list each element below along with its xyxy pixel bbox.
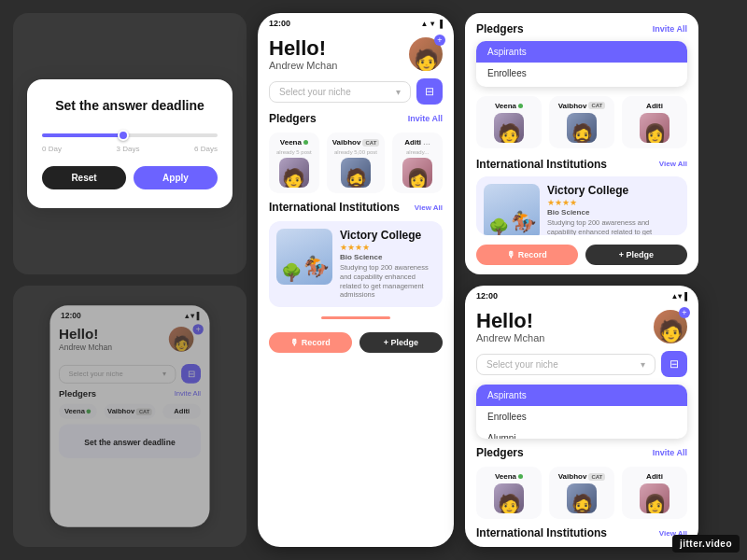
tr-inst-illustration: 🌳 🏇: [484, 184, 540, 235]
tr-institutions-title: International Institutions: [476, 158, 607, 171]
dim-avatar: 🧑 +: [169, 327, 201, 358]
inst-illustration: 🌳 🏇: [276, 229, 332, 285]
pledger-name-vaibhav: Vaibhov: [332, 138, 361, 147]
br-hello-header: Hello! Andrew Mchan 🧑 +: [476, 310, 687, 343]
view-all-link[interactable]: View All: [415, 203, 443, 212]
inst-tag: Bio Science: [340, 253, 435, 261]
avatar-wrap[interactable]: 🧑 +: [409, 37, 443, 71]
dim-phone-left: 12:00 ▲▾▐ Hello! Andrew Mchan 🧑 +: [50, 305, 210, 527]
pledger-sub-vaibhav: already 5,00 post: [334, 149, 377, 155]
tr-institutions-header: International Institutions View All: [476, 158, 687, 171]
pledger-avatar-veena: 🧑: [279, 158, 309, 188]
br-avatar[interactable]: 🧑 +: [654, 310, 687, 343]
reset-button[interactable]: Reset: [42, 166, 126, 189]
phone-body: Hello! Andrew Mchan 🧑 + Select your nich…: [258, 30, 454, 547]
pledger-card-vaibhav: Vaibhov CAT already 5,00 post 🧔: [327, 133, 386, 193]
tr-online-dot: [518, 104, 523, 108]
tr-invite-all-btn[interactable]: Invite All: [653, 24, 687, 34]
tr-pledge-button[interactable]: + Pledge: [585, 245, 687, 265]
br-dropdown[interactable]: Aspirants Enrollees Alumni: [476, 385, 687, 439]
inst-desc: Studying top 200 awareness and capabilit…: [340, 263, 435, 300]
tr-pledgers-title: Pledgers: [476, 22, 524, 35]
br-niche-select[interactable]: Select your niche ▾: [476, 354, 655, 375]
scroll-indicator: [321, 316, 390, 319]
tr-victory-card[interactable]: 🌳 🏇 Victory College ★★★★ Bio Science Stu…: [476, 176, 687, 235]
watermark: jitter.video: [672, 535, 740, 553]
tr-avatar-aditi: 👩: [640, 113, 669, 143]
avatar-plus-icon: +: [434, 35, 445, 46]
user-name: Andrew Mchan: [269, 60, 337, 71]
pledge-button[interactable]: + Pledge: [359, 332, 443, 353]
signal-icon: ▲: [420, 20, 428, 28]
dropdown-aspirants[interactable]: Aspirants: [476, 41, 687, 63]
filter-button[interactable]: ⊟: [416, 78, 443, 105]
pledger-card-veena: Veena already 5 post 🧑: [269, 133, 319, 193]
pledgers-row: Veena already 5 post 🧑 Vaibhov CAT alrea…: [269, 133, 443, 193]
tree-icon: 🌳: [281, 262, 302, 283]
br-greeting: Hello!: [476, 310, 544, 332]
pledger-avatar-vaibhav: 🧔: [341, 158, 371, 188]
hello-header: Hello! Andrew Mchan 🧑 +: [269, 37, 443, 71]
dropdown-alumni[interactable]: Alumni: [476, 84, 687, 87]
center-phone: 12:00 ▲ ▾ ▐ Hello! Andrew Mchan 🧑 +: [258, 13, 454, 547]
deadline-cell: Set the answer deadline 0 Day 3 Days 6 D…: [13, 13, 247, 274]
record-button[interactable]: 🎙 Record: [269, 332, 352, 353]
tr-inst-tag: Bio Science: [547, 208, 680, 217]
br-dropdown-aspirants[interactable]: Aspirants: [476, 385, 687, 406]
status-icons: ▲ ▾ ▐: [420, 20, 443, 28]
status-bar: 12:00 ▲ ▾ ▐: [258, 13, 454, 30]
tr-pledger-aditi: Aditi 👩: [622, 96, 687, 148]
tr-pledger-veena: Veena 🧑: [476, 96, 542, 148]
tr-inst-stars: ★★★★: [547, 198, 680, 207]
pledger-avatar-aditi: 👩: [402, 158, 432, 188]
battery-icon: ▐: [437, 20, 443, 28]
victory-college-card[interactable]: 🌳 🏇 Victory College ★★★★ Bio Science Stu…: [269, 221, 443, 307]
wifi-icon: ▾: [430, 20, 434, 28]
pledgers-header: Pledgers Invite All: [269, 112, 443, 125]
br-name: Andrew Mchan: [476, 332, 544, 343]
tr-avatar-veena: 🧑: [494, 113, 524, 143]
pledger-card-aditi: Aditi … already... 👩: [392, 133, 443, 193]
status-time: 12:00: [269, 19, 290, 28]
br-institutions-header: International Institutions View All: [476, 526, 687, 539]
br-pledgers-header: Pledgers Invite All: [476, 446, 687, 459]
inst-name: Victory College: [340, 229, 435, 242]
dim-deadline-box: Set the answer deadline: [59, 425, 201, 458]
slider-thumb[interactable]: [118, 130, 129, 141]
dropdown-enrollees[interactable]: Enrollees: [476, 63, 687, 84]
institutions-header: International Institutions View All: [269, 201, 443, 214]
br-dropdown-enrollees[interactable]: Enrollees: [476, 406, 687, 427]
br-dropdown-alumni[interactable]: Alumni: [476, 427, 687, 439]
br-phone-body: Hello! Andrew Mchan 🧑 + Select your nich…: [465, 302, 698, 547]
tr-pledgers-row: Veena 🧑 Vaibhov CAT 🧔 Aditi 👩: [476, 96, 687, 148]
action-row: 🎙 Record + Pledge: [269, 332, 443, 353]
apply-button[interactable]: Apply: [134, 166, 218, 189]
pledger-sub-aditi: already...: [406, 149, 429, 155]
dim-greeting: Hello!: [59, 327, 112, 343]
filter-icon: ⊟: [425, 85, 434, 98]
br-filter-btn[interactable]: ⊟: [661, 351, 687, 377]
tr-pledgers-header: Pledgers Invite All: [476, 22, 687, 35]
hello-text: Hello! Andrew Mchan: [269, 37, 337, 71]
tr-inst-desc: Studying top 200 awareness and capabilit…: [547, 218, 680, 235]
pledger-tag-cat: CAT: [362, 139, 379, 147]
slider-track: [42, 133, 218, 137]
br-status-bar: 12:00 ▲▾▐: [465, 286, 698, 302]
dim-filter: ⊟: [181, 364, 201, 384]
tr-tree-icon: 🌳: [488, 217, 509, 235]
modal-buttons: Reset Apply: [42, 166, 218, 189]
br-niche-row: Select your niche ▾ ⊟: [476, 351, 687, 377]
dim-name: Andrew Mchan: [59, 343, 112, 352]
top-right-panel: Pledgers Invite All Aspirants Enrollees …: [465, 13, 698, 274]
tr-view-all[interactable]: View All: [659, 160, 687, 168]
br-invite-btn[interactable]: Invite All: [653, 448, 687, 457]
niche-placeholder: Select your niche: [279, 87, 351, 97]
tr-figure-icon: 🏇: [511, 210, 536, 234]
tr-record-button[interactable]: 🎙 Record: [476, 245, 578, 265]
niche-select[interactable]: Select your niche ▾: [269, 81, 411, 103]
deadline-slider[interactable]: 0 Day 3 Days 6 Days: [42, 126, 218, 153]
greeting: Hello!: [269, 37, 337, 60]
dropdown-menu[interactable]: Aspirants Enrollees Alumni: [476, 41, 687, 87]
figure-icon: 🏇: [303, 255, 329, 279]
invite-all-button[interactable]: Invite All: [408, 114, 443, 123]
